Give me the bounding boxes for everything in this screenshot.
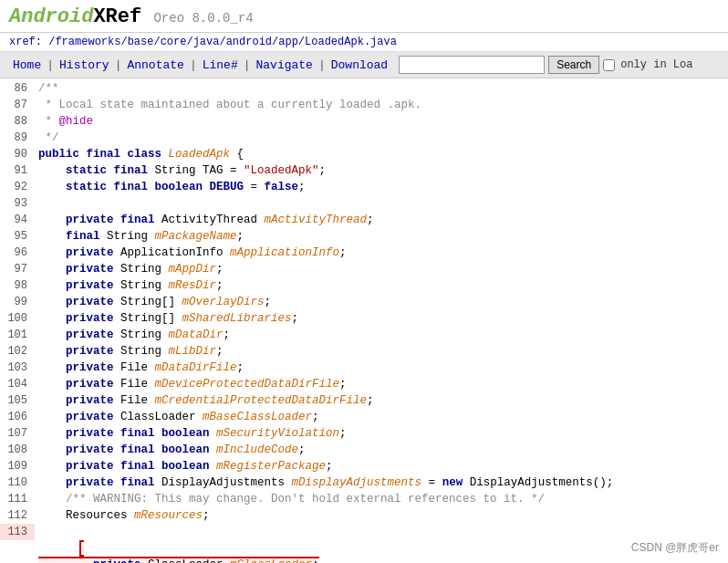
code-line-94: 94 private final ActivityThread mActivit… [0,212,728,228]
code-line-90: 90 public final class LoadedApk { [0,146,728,162]
code-line-87: 87 * Local state maintained about a curr… [0,97,728,113]
code-line-112: 112 Resources mResources; [0,507,728,524]
code-line-86: 86 /** [0,80,728,97]
search-button[interactable]: Search [548,56,599,74]
nav-history[interactable]: History [54,57,115,74]
code-line-111: 111 /** WARNING: This may change. Don't … [0,491,728,507]
code-line-105: 105 private File mCredentialProtectedDat… [0,392,728,409]
watermark: CSDN @胖虎哥er [631,540,719,556]
navbar: Home | History | Annotate | Line# | Navi… [0,52,728,78]
code-line-96: 96 private ApplicationInfo mApplicationI… [0,245,728,261]
nav-home[interactable]: Home [7,57,47,74]
code-line-113: 113 private ClassLoader mClassLoader; [0,524,728,563]
breadcrumb-path[interactable]: /frameworks/base/core/java/android/app/L… [48,36,397,48]
nav-download[interactable]: Download [326,57,393,74]
code-line-89: 89 */ [0,130,728,146]
code-line-103: 103 private File mDataDirFile; [0,360,728,376]
code-line-98: 98 private String mResDir; [0,277,728,294]
code-line-109: 109 private final boolean mRegisterPacka… [0,458,728,474]
only-in-label: only in Loa [620,58,692,71]
code-line-100: 100 private String[] mSharedLibraries; [0,310,728,327]
code-line-108: 108 private final boolean mIncludeCode; [0,442,728,458]
code-line-99: 99 private String[] mOverlayDirs; [0,294,728,310]
code-line-88: 88 * @hide [0,113,728,130]
code-line-97: 97 private String mAppDir; [0,261,728,277]
nav-navigate[interactable]: Navigate [251,57,318,74]
nav-annotate[interactable]: Annotate [121,57,189,74]
code-line-91: 91 static final String TAG = "LoadedApk"… [0,162,728,179]
code-line-107: 107 private final boolean mSecurityViola… [0,425,728,442]
code-line-104: 104 private File mDeviceProtectedDataDir… [0,376,728,392]
code-line-106: 106 private ClassLoader mBaseClassLoader… [0,409,728,425]
breadcrumb-prefix: xref: [9,36,48,48]
nav-line[interactable]: Line# [197,57,244,74]
only-in-checkbox[interactable] [603,59,615,71]
code-line-101: 101 private String mDataDir; [0,327,728,343]
logo-android: Android [9,5,93,28]
search-input[interactable] [399,56,545,74]
code-line-92: 92 static final boolean DEBUG = false; [0,179,728,195]
code-line-102: 102 private String mLibDir; [0,343,728,360]
code-line-95: 95 final String mPackageName; [0,228,728,245]
code-line-110: 110 private final DisplayAdjustments mDi… [0,474,728,491]
code-area: 86 /** 87 * Local state maintained about… [0,78,728,563]
breadcrumb: xref: /frameworks/base/core/java/android… [0,33,728,52]
code-line-93: 93 [0,195,728,212]
logo-xref: XRef [93,5,141,28]
logo-version: Oreo 8.0.0_r4 [153,11,253,26]
